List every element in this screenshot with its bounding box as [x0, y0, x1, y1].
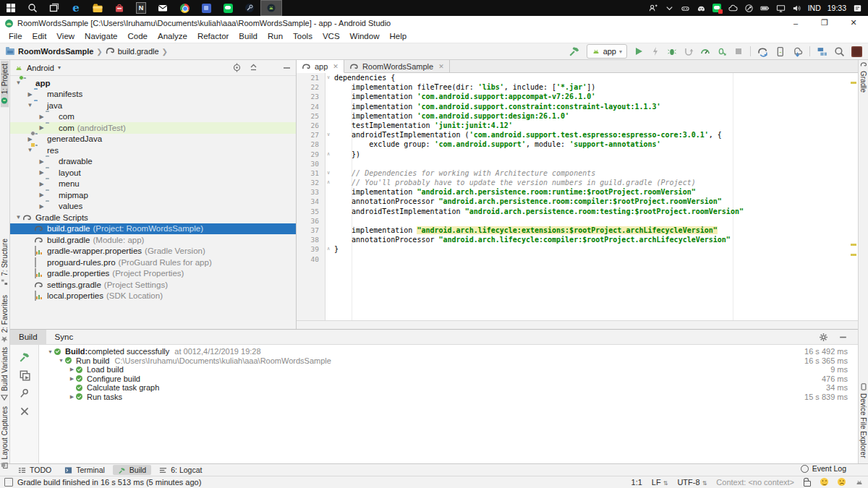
collapse-all-icon[interactable] — [249, 63, 258, 72]
tree-item-values[interactable]: ▶values — [10, 201, 296, 213]
close-panel-icon[interactable] — [19, 406, 30, 417]
fold-collapse-icon[interactable]: ∨ — [325, 73, 332, 82]
close-tab-icon[interactable]: ✕ — [438, 63, 444, 70]
expand-arrow-icon[interactable]: ▶ — [38, 124, 46, 131]
tree-item-build-gradle[interactable]: build.gradle(Project: RoomWordsSample) — [10, 223, 296, 235]
line-separator-widget[interactable]: LF ⇅ — [652, 478, 668, 487]
caret-position[interactable]: 1:1 — [631, 478, 642, 487]
tray-cloud-icon[interactable] — [728, 4, 738, 13]
taskbar-app-file-explorer[interactable] — [87, 0, 109, 16]
taskbar-app-edge[interactable]: e — [65, 0, 87, 16]
taskbar-app-store[interactable] — [109, 0, 130, 16]
user-avatar[interactable] — [851, 46, 862, 57]
menu-run[interactable]: Run — [263, 32, 288, 40]
tree-item-mipmap[interactable]: ▶mipmap — [10, 189, 296, 201]
build-row-load-build[interactable]: ▶Load build — [39, 365, 764, 374]
collapse-arrow-icon[interactable]: ▼ — [26, 102, 34, 108]
settings-gear-icon[interactable] — [265, 63, 275, 72]
code-line[interactable]: implementation fileTree(dir: 'libs', inc… — [297, 82, 858, 92]
apply-changes-icon[interactable] — [650, 46, 660, 56]
taskbar-app-chrome[interactable] — [174, 0, 195, 16]
code-line[interactable] — [297, 216, 858, 226]
taskbar-app-steam[interactable] — [239, 0, 260, 16]
hide-panel-icon[interactable] — [838, 333, 848, 342]
profile-button-icon[interactable] — [700, 46, 710, 56]
expand-arrow-icon[interactable]: ▶ — [38, 192, 46, 198]
fold-end-icon[interactable]: ∧ — [325, 244, 332, 254]
taskbar-app-task-view[interactable] — [43, 0, 65, 16]
code-line[interactable]: exclude group: 'com.android.support', mo… — [297, 140, 858, 149]
tree-item-gradle-properties[interactable]: gradle.properties(Project Properties) — [10, 268, 296, 280]
tree-item-java[interactable]: ▼java — [10, 100, 296, 111]
lock-icon[interactable] — [804, 481, 811, 487]
taskbar-app-photos[interactable] — [195, 0, 217, 16]
taskbar-app-start[interactable] — [0, 0, 22, 16]
menu-vcs[interactable]: VCS — [318, 32, 345, 40]
stripe-2-favorites[interactable]: 2: Favorites — [1, 295, 9, 343]
gear-icon[interactable] — [819, 333, 828, 342]
collapse-arrow-icon[interactable]: ▼ — [14, 80, 22, 86]
run-configuration-dropdown[interactable]: app▾ — [587, 44, 627, 59]
build-row-completed-successfully[interactable]: ▼Build: completed successfullyat 0012,4/… — [39, 347, 764, 356]
expand-arrow-icon[interactable]: ▶ — [38, 114, 46, 120]
run-button-icon[interactable] — [634, 46, 644, 56]
expand-arrow-icon[interactable]: ▶ — [38, 203, 46, 210]
menu-analyze[interactable]: Analyze — [153, 32, 192, 40]
tray-chevron-down-icon[interactable] — [665, 4, 674, 13]
expand-arrow-icon[interactable]: ▶ — [26, 91, 34, 98]
restore-button[interactable]: ❐ — [810, 16, 839, 30]
code-line[interactable]: implementation "android.arch.lifecycle:e… — [297, 226, 858, 235]
build-row-configure-build[interactable]: ▶Configure build — [39, 374, 764, 384]
tray-line-badge-icon[interactable] — [712, 4, 722, 13]
debug-button-icon[interactable] — [667, 46, 677, 56]
tray-discord-icon[interactable] — [697, 4, 706, 13]
menu-refactor[interactable]: Refactor — [192, 32, 234, 40]
tree-item-drawable[interactable]: ▶drawable — [10, 156, 296, 168]
toolwindow-tab-6-logcat[interactable]: 6: Logcat — [154, 465, 207, 475]
locate-file-icon[interactable] — [232, 63, 242, 72]
code-line[interactable]: implementation 'com.android.support:desi… — [297, 111, 858, 121]
code-editor[interactable]: dependencies { implementation fileTree(d… — [297, 73, 858, 320]
tree-item-build-gradle[interactable]: build.gradle(Module: app) — [10, 234, 296, 246]
code-line[interactable]: testImplementation 'junit:junit:4.12' — [297, 121, 858, 130]
expand-arrow-icon[interactable]: ▶ — [26, 136, 34, 142]
gradle-sync-icon[interactable] — [757, 46, 768, 57]
code-line[interactable] — [297, 159, 858, 168]
code-line[interactable]: // Dependencies for working with Archite… — [297, 168, 858, 178]
toolwindow-tab-build[interactable]: Build — [113, 465, 151, 475]
stripe-gradle[interactable]: Gradle — [859, 61, 867, 93]
expand-arrow-icon[interactable]: ▶ — [68, 367, 76, 372]
collapse-arrow-icon[interactable]: ▼ — [14, 214, 22, 221]
tree-item-menu[interactable]: ▶menu — [10, 179, 296, 190]
sdk-manager-icon[interactable] — [792, 46, 803, 57]
encoding-widget[interactable]: UTF-8 ⇅ — [677, 478, 707, 487]
tree-item-settings-gradle[interactable]: settings.gradle(Project Settings) — [10, 279, 296, 291]
stripe-layout-captures[interactable]: Layout Captures — [1, 406, 9, 469]
close-button[interactable]: ✕ — [839, 16, 868, 30]
breadcrumb-file[interactable]: build.gradle — [118, 47, 159, 56]
collapse-arrow-icon[interactable]: ▼ — [57, 358, 65, 363]
stripe-build-variants[interactable]: Build Variants — [1, 347, 9, 401]
expand-arrow-icon[interactable]: ▶ — [38, 158, 46, 165]
taskbar-clock[interactable]: 19:33 — [827, 4, 846, 12]
taskbar-app-search-glass[interactable] — [22, 0, 43, 16]
tray-battery-icon[interactable] — [760, 4, 770, 13]
collapse-arrow-icon[interactable]: ▼ — [46, 349, 54, 354]
menu-code[interactable]: Code — [122, 32, 153, 40]
collapse-arrow-icon[interactable]: ▼ — [26, 147, 34, 153]
editor-tab-roomwordssample[interactable]: RoomWordsSample✕ — [344, 60, 450, 72]
code-line[interactable]: dependencies { — [297, 73, 858, 82]
build-hammer-icon[interactable] — [569, 46, 580, 57]
tree-item-manifests[interactable]: ▶manifests — [10, 89, 296, 100]
tree-item-gradle-scripts[interactable]: ▼Gradle Scripts — [10, 212, 296, 223]
fold-end-icon[interactable]: ∧ — [325, 178, 332, 187]
menu-help[interactable]: Help — [384, 32, 412, 40]
taskbar-app-notepad-n[interactable]: N — [130, 0, 152, 16]
editor-tab-app[interactable]: app✕ — [297, 60, 344, 73]
expand-arrow-icon[interactable]: ▶ — [38, 181, 46, 187]
tree-item-app[interactable]: ▼app — [10, 77, 296, 89]
code-line[interactable]: // You'll probably have to update the ve… — [297, 178, 858, 187]
code-line[interactable]: } — [297, 244, 858, 254]
tree-item-res[interactable]: ▼res — [10, 145, 296, 156]
avd-manager-icon[interactable] — [775, 46, 786, 57]
